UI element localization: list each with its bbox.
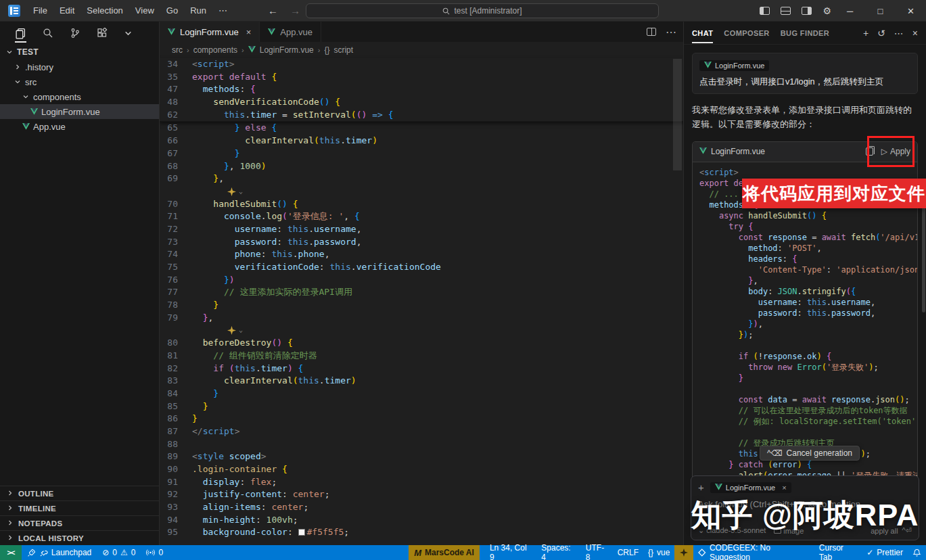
launchpad-item[interactable]: Launchpad <box>22 545 97 560</box>
codegeex-item[interactable]: CODEGEEX: No Suggestion <box>693 545 814 560</box>
language-mode-item[interactable]: {} vue <box>643 545 674 560</box>
problems-item[interactable]: ⊘0 ⚠0 <box>97 545 141 560</box>
chat-tab-composer[interactable]: COMPOSER <box>724 23 769 43</box>
code-text: if (this.timer) { <box>192 363 303 375</box>
cursor-tab-item[interactable]: Cursor Tab <box>814 545 862 560</box>
sidebar-section-timeline[interactable]: TIMELINE <box>0 500 159 515</box>
editor-more-actions-icon[interactable]: ⋯ <box>666 26 676 39</box>
tab-loginform-vue[interactable]: LoginForm.vue × <box>160 22 260 42</box>
menu-edit[interactable]: Edit <box>53 3 80 18</box>
chat-scrollbar[interactable] <box>922 197 925 312</box>
code-token: ( <box>822 363 827 372</box>
code-line: 74 phone: this.phone, <box>160 248 683 261</box>
more-views-chevron-icon[interactable] <box>124 29 133 38</box>
code-token: { <box>293 199 298 209</box>
tree-item-test[interactable]: TEST <box>0 45 159 60</box>
sidebar-section-notepads[interactable]: NOTEPADS <box>0 515 159 530</box>
extensions-icon[interactable] <box>97 28 108 39</box>
code-token <box>224 72 229 82</box>
history-icon[interactable]: ↺ <box>877 28 885 39</box>
code-token <box>192 477 203 487</box>
marscode-quick-item[interactable] <box>674 545 693 560</box>
code-token: if <box>739 352 748 361</box>
ai-codelens-row[interactable]: ⌄ <box>160 324 683 337</box>
more-options-icon[interactable]: ⋯ <box>894 28 904 39</box>
tab-app-vue[interactable]: App.vue <box>260 22 321 42</box>
code-token: } <box>224 275 229 285</box>
code-editor[interactable]: 34<script>35export default {47 methods: … <box>160 58 683 545</box>
search-sidebar-icon[interactable] <box>43 28 53 39</box>
ai-codelens-row[interactable]: ⌄ <box>160 185 683 198</box>
code-token: 'application/json' <box>836 265 917 275</box>
code-line: 75 verificationCode: this.verificationCo… <box>160 261 683 274</box>
menu-run[interactable]: Run <box>184 3 212 18</box>
prettier-item[interactable]: ✓ Prettier <box>862 545 908 560</box>
close-tab-icon[interactable]: × <box>246 27 252 37</box>
tree-item--history[interactable]: .history <box>0 60 159 74</box>
code-text: if (!response.ok) { <box>699 351 831 362</box>
input-file-chip[interactable]: LoginForm.vue × <box>710 482 791 493</box>
cursor-position-item[interactable]: Ln 34, Col 9 <box>485 545 536 560</box>
code-token: console <box>224 211 261 221</box>
editor-scrollbar[interactable] <box>673 59 682 170</box>
line-number: 81 <box>160 350 192 363</box>
code-token: { <box>250 84 256 94</box>
explorer-icon[interactable] <box>15 28 26 43</box>
code-line: username: this.username, <box>699 297 917 308</box>
code-token: const <box>739 395 763 404</box>
tree-item-components[interactable]: components <box>0 89 159 104</box>
notifications-item[interactable] <box>908 545 926 560</box>
sidebar-section-outline[interactable]: OUTLINE <box>0 486 159 500</box>
close-panel-icon[interactable]: × <box>912 28 918 39</box>
color-swatch <box>298 529 305 536</box>
warnings-count: 0 <box>131 548 136 557</box>
breadcrumb-file[interactable]: LoginForm.vue <box>260 45 314 55</box>
tree-item-src[interactable]: src <box>0 74 159 89</box>
source-control-icon[interactable] <box>70 28 80 39</box>
new-chat-icon[interactable]: + <box>863 28 869 39</box>
tree-item-app-vue[interactable]: App.vue <box>0 119 159 134</box>
code-line: 35export default { <box>160 71 683 84</box>
toggle-sidebar-icon[interactable] <box>760 7 770 15</box>
code-token: : <box>778 243 787 253</box>
code-token: . <box>797 287 802 296</box>
toggle-secondary-sidebar-icon[interactable] <box>802 7 812 15</box>
maximize-button[interactable]: □ <box>865 0 896 22</box>
menu-selection[interactable]: Selection <box>80 3 129 18</box>
code-text: } <box>192 299 218 312</box>
remote-indicator[interactable]: >< <box>0 545 22 560</box>
code-token: } <box>192 413 198 423</box>
ports-item[interactable]: 0 <box>141 545 168 560</box>
close-button[interactable]: ✕ <box>896 0 926 22</box>
code-token <box>277 464 282 474</box>
breadcrumb-src[interactable]: src <box>172 45 183 55</box>
toggle-panel-icon[interactable] <box>781 7 791 15</box>
code-line <box>699 383 917 394</box>
eol-item[interactable]: CRLF <box>613 545 643 560</box>
code-token: center <box>293 489 325 499</box>
forward-arrow-icon[interactable]: → <box>290 5 300 16</box>
minimize-button[interactable]: ─ <box>835 0 865 22</box>
command-search-box[interactable]: test [Administrator] <box>306 3 659 18</box>
chat-tab-chat[interactable]: CHAT <box>692 23 713 43</box>
breadcrumb-script[interactable]: script <box>333 45 353 55</box>
add-context-icon[interactable]: + <box>698 482 704 493</box>
menu-view[interactable]: View <box>129 3 160 18</box>
sidebar-section-local-history[interactable]: LOCAL HISTORY <box>0 530 159 545</box>
menu-more[interactable]: ⋯ <box>212 3 233 18</box>
menu-file[interactable]: File <box>27 3 53 18</box>
remove-chip-icon[interactable]: × <box>782 484 786 492</box>
split-editor-icon[interactable] <box>647 28 656 36</box>
chat-tab-bug-finder[interactable]: BUG FINDER <box>781 23 829 43</box>
breadcrumb-components[interactable]: components <box>193 45 237 55</box>
code-text: }), <box>699 319 763 329</box>
marscode-item[interactable]: M MarsCode AI <box>409 545 480 560</box>
back-arrow-icon[interactable]: ← <box>268 5 278 16</box>
code-token: style <box>198 451 224 461</box>
menu-go[interactable]: Go <box>160 3 184 18</box>
settings-gear-icon[interactable]: ⚙ <box>823 5 831 16</box>
indentation-item[interactable]: Spaces: 4 <box>536 545 581 560</box>
encoding-item[interactable]: UTF-8 <box>581 545 613 560</box>
tree-item-loginform-vue[interactable]: LoginForm.vue <box>0 104 159 119</box>
context-file-chip[interactable]: LoginForm.vue <box>699 60 769 71</box>
